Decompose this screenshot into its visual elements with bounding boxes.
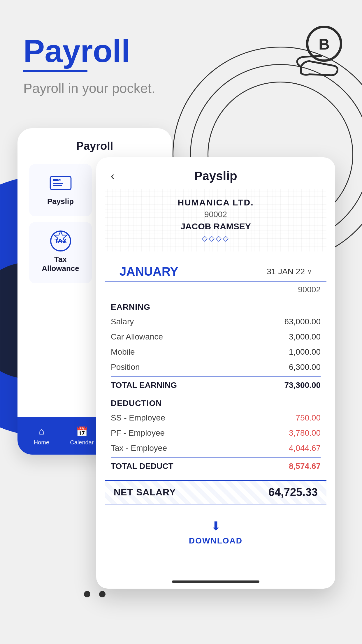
menu-card-payslip[interactable]: PAID Payslip: [29, 164, 92, 216]
paid-icon: PAID: [49, 174, 72, 192]
salary-name: Salary: [111, 317, 134, 326]
payslip-card: ‹ Payslip HUMANICA LTD. 90002 JACOB RAMS…: [96, 157, 335, 589]
page-subtitle: Payroll in your pocket.: [23, 80, 155, 96]
pagination-dots: [17, 591, 172, 597]
title-underline: [23, 70, 87, 72]
coin-icon: B: [286, 23, 345, 82]
deduction-tax: Tax - Employee 4,044.67: [111, 441, 321, 456]
position-value: 6,300.00: [289, 363, 321, 372]
tax-allowance-icon: TAX: [49, 232, 72, 250]
svg-text:B: B: [319, 36, 330, 53]
menu-card-tax-allowance[interactable]: TAX Tax Allowance: [29, 222, 92, 283]
month-label: JANUARY: [120, 265, 178, 279]
payslip-title: Payslip: [194, 169, 237, 183]
payslip-header: ‹ Payslip: [96, 157, 335, 189]
total-deduct-row: TOTAL DEDUCT 8,574.67: [111, 458, 321, 474]
nav-home[interactable]: ⌂ Home: [34, 426, 49, 446]
tax-allowance-label: Tax Allowance: [35, 255, 86, 273]
pf-employee-name: PF - Employee: [111, 428, 165, 438]
deduction-pf: PF - Employee 3,780.00: [111, 425, 321, 441]
employee-id-row: 90002: [96, 282, 335, 297]
total-earning-value: 73,300.00: [284, 381, 321, 390]
nav-calendar[interactable]: 📅 Calendar: [70, 426, 94, 446]
ss-employee-name: SS - Employee: [111, 413, 165, 423]
dot-1: [84, 591, 90, 597]
position-name: Position: [111, 363, 140, 372]
svg-text:TAX: TAX: [54, 237, 67, 244]
salary-value: 63,000.00: [284, 317, 321, 326]
mobile-name: Mobile: [111, 347, 135, 357]
earning-mobile: Mobile 1,000.00: [111, 344, 321, 360]
total-deduct-label: TOTAL DEDUCT: [111, 462, 173, 471]
net-salary-label: NET SALARY: [114, 487, 176, 498]
earning-label: EARNING: [111, 302, 321, 312]
dot-2: [99, 591, 106, 597]
total-deduct-value: 8,574.67: [289, 462, 321, 471]
deduction-ss: SS - Employee 750.00: [111, 410, 321, 425]
earning-car: Car Allowance 3,000.00: [111, 329, 321, 344]
download-icon: ⬇: [211, 519, 221, 533]
download-label: DOWNLOAD: [189, 536, 242, 546]
payslip-label: Payslip: [47, 197, 74, 206]
svg-text:PAID: PAID: [57, 179, 64, 182]
total-earning-row: TOTAL EARNING 73,300.00: [111, 376, 321, 393]
earning-section: EARNING Salary 63,000.00 Car Allowance 3…: [96, 302, 335, 393]
month-date-value: 31 JAN 22: [267, 267, 305, 276]
tax-employee-value: 4,044.67: [289, 444, 321, 453]
mobile-value: 1,000.00: [289, 347, 321, 357]
company-id: 90002: [111, 210, 321, 219]
phone-handle: [172, 580, 259, 583]
month-date[interactable]: 31 JAN 22 ∨: [267, 267, 312, 276]
car-allowance-name: Car Allowance: [111, 332, 163, 342]
calendar-icon: 📅: [76, 426, 88, 437]
tax-employee-name: Tax - Employee: [111, 444, 167, 453]
phone-bg-title: Payroll: [26, 140, 163, 152]
deduction-section: DEDUCTION SS - Employee 750.00 PF - Empl…: [96, 399, 335, 474]
company-name: HUMANICA LTD.: [111, 198, 321, 207]
page-title: Payroll: [23, 35, 155, 67]
employee-name: JACOB RAMSEY: [111, 221, 321, 231]
back-button[interactable]: ‹: [111, 170, 115, 182]
net-salary-area: NET SALARY 64,725.33: [105, 480, 326, 504]
earning-position: Position 6,300.00: [111, 360, 321, 375]
header: Payroll Payroll in your pocket.: [23, 35, 155, 96]
nav-calendar-label: Calendar: [70, 439, 94, 446]
company-info: HUMANICA LTD. 90002 JACOB RAMSEY ◇◇◇◇: [105, 189, 326, 251]
deduction-label: DEDUCTION: [111, 399, 321, 408]
total-earning-label: TOTAL EARNING: [111, 381, 177, 390]
nav-home-label: Home: [34, 439, 49, 446]
ss-employee-value: 750.00: [296, 413, 321, 423]
diamond-dots: ◇◇◇◇: [111, 234, 321, 243]
car-allowance-value: 3,000.00: [289, 332, 321, 342]
chevron-down-icon: ∨: [307, 268, 312, 275]
pf-employee-value: 3,780.00: [289, 428, 321, 438]
month-row: JANUARY 31 JAN 22 ∨: [105, 257, 326, 282]
earning-salary: Salary 63,000.00: [111, 314, 321, 329]
download-section[interactable]: ⬇ DOWNLOAD: [96, 510, 335, 551]
net-salary-value: 64,725.33: [268, 486, 318, 499]
home-icon: ⌂: [36, 426, 47, 437]
employee-id-value: 90002: [298, 285, 321, 294]
